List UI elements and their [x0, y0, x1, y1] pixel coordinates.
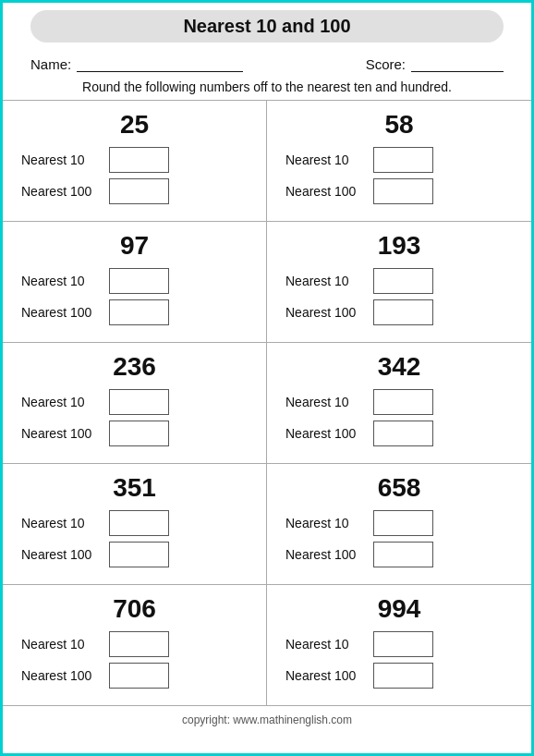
problems-grid: 25Nearest 10Nearest 10058Nearest 10Neare…: [3, 100, 531, 706]
problem-cell-0: 25Nearest 10Nearest 100: [3, 101, 267, 222]
problem-cell-1: 58Nearest 10Nearest 100: [267, 101, 531, 222]
nearest100-box-4[interactable]: [109, 421, 169, 446]
nearest100-label-9: Nearest 100: [285, 668, 364, 683]
nearest10-box-8[interactable]: [109, 631, 169, 657]
name-label: Name:: [30, 56, 71, 72]
nearest100-box-1[interactable]: [373, 178, 433, 204]
problem-number-9: 994: [285, 594, 513, 624]
nearest100-label-2: Nearest 100: [21, 305, 100, 320]
problem-cell-2: 97Nearest 10Nearest 100: [3, 222, 267, 343]
nearest100-box-3[interactable]: [373, 299, 433, 325]
problem-number-8: 706: [21, 594, 248, 624]
problem-number-1: 58: [285, 110, 513, 140]
nearest100-label-0: Nearest 100: [21, 184, 100, 199]
nearest100-label-3: Nearest 100: [285, 305, 364, 320]
nearest10-label-9: Nearest 10: [285, 637, 364, 652]
nearest10-label-5: Nearest 10: [285, 395, 364, 409]
nearest100-label-8: Nearest 100: [21, 668, 100, 683]
nearest10-label-2: Nearest 10: [21, 274, 100, 288]
nearest10-box-0[interactable]: [109, 147, 169, 173]
nearest100-box-8[interactable]: [109, 663, 169, 689]
nearest10-label-1: Nearest 10: [285, 152, 364, 167]
problem-number-5: 342: [285, 352, 513, 382]
nearest10-label-7: Nearest 10: [285, 516, 364, 530]
nearest10-label-8: Nearest 10: [21, 637, 100, 652]
nearest100-label-5: Nearest 100: [285, 426, 364, 441]
nearest10-box-1[interactable]: [373, 147, 433, 173]
nearest10-box-6[interactable]: [109, 510, 169, 536]
problem-cell-5: 342Nearest 10Nearest 100: [267, 343, 531, 464]
nearest100-box-6[interactable]: [109, 542, 169, 567]
nearest10-box-9[interactable]: [373, 631, 433, 657]
problem-cell-3: 193Nearest 10Nearest 100: [267, 222, 531, 343]
nearest10-label-4: Nearest 10: [21, 395, 100, 409]
problem-number-6: 351: [21, 473, 248, 503]
problem-cell-7: 658Nearest 10Nearest 100: [267, 464, 531, 585]
nearest100-box-5[interactable]: [373, 421, 433, 446]
instructions-text: Round the following numbers off to the n…: [3, 76, 531, 100]
problem-number-7: 658: [285, 473, 513, 503]
nearest10-box-5[interactable]: [373, 389, 433, 415]
problem-number-4: 236: [21, 352, 248, 382]
nearest100-box-9[interactable]: [373, 663, 433, 689]
nearest100-label-6: Nearest 100: [21, 547, 100, 562]
nearest10-label-6: Nearest 10: [21, 516, 100, 530]
problem-number-3: 193: [285, 231, 513, 261]
nearest100-label-7: Nearest 100: [285, 547, 364, 562]
page-title: Nearest 10 and 100: [30, 10, 504, 43]
score-label: Score:: [366, 56, 406, 72]
nearest10-label-0: Nearest 10: [21, 152, 100, 167]
problem-cell-6: 351Nearest 10Nearest 100: [3, 464, 267, 585]
problem-number-0: 25: [21, 110, 248, 140]
nearest100-box-7[interactable]: [373, 542, 433, 567]
name-line: [77, 55, 243, 72]
nearest10-box-3[interactable]: [373, 268, 433, 294]
copyright-text: copyright: www.mathinenglish.com: [3, 706, 531, 732]
nearest100-box-0[interactable]: [109, 178, 169, 204]
nearest100-label-1: Nearest 100: [285, 184, 364, 199]
nearest10-box-2[interactable]: [109, 268, 169, 294]
nearest10-label-3: Nearest 10: [285, 274, 364, 288]
nearest100-box-2[interactable]: [109, 299, 169, 325]
score-line: [411, 55, 504, 72]
nearest10-box-7[interactable]: [373, 510, 433, 536]
problem-cell-4: 236Nearest 10Nearest 100: [3, 343, 267, 464]
nearest10-box-4[interactable]: [109, 389, 169, 415]
problem-cell-9: 994Nearest 10Nearest 100: [267, 585, 531, 706]
nearest100-label-4: Nearest 100: [21, 426, 100, 441]
problem-cell-8: 706Nearest 10Nearest 100: [3, 585, 267, 706]
problem-number-2: 97: [21, 231, 248, 261]
